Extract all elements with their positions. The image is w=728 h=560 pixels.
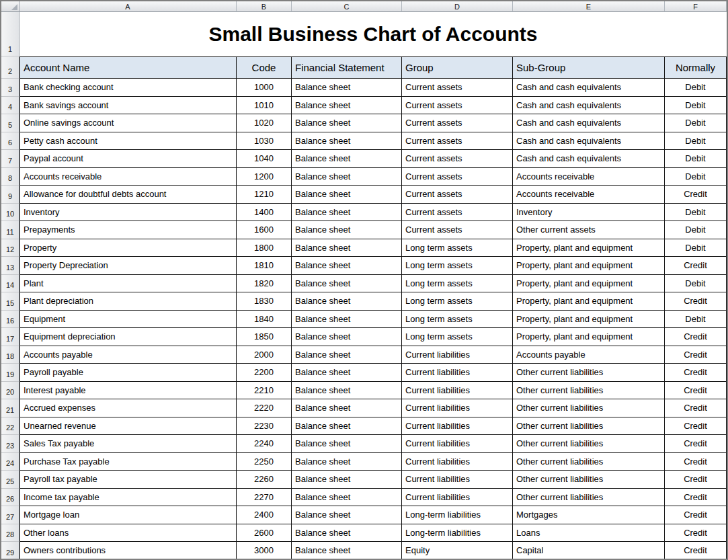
cell-B16[interactable]: 1840: [237, 311, 292, 329]
column-header-A[interactable]: A: [19, 1, 237, 12]
cell-F3[interactable]: Debit: [665, 79, 727, 97]
cell-C25[interactable]: Balance sheet: [292, 471, 402, 489]
cell-C28[interactable]: Balance sheet: [292, 524, 402, 543]
header-cell-code[interactable]: Code: [237, 56, 292, 79]
cell-C19[interactable]: Balance sheet: [292, 364, 402, 382]
cell-E29[interactable]: Capital: [513, 542, 665, 560]
cell-E16[interactable]: Property, plant and equipment: [513, 311, 665, 329]
row-number-8[interactable]: 8: [1, 168, 19, 186]
cell-A12[interactable]: Property: [19, 239, 237, 257]
row-number-4[interactable]: 4: [1, 97, 19, 115]
cell-A18[interactable]: Accounts payable: [19, 346, 237, 364]
cell-F22[interactable]: Credit: [665, 417, 727, 436]
row-number-26[interactable]: 26: [1, 489, 19, 507]
row-number-9[interactable]: 9: [1, 186, 19, 204]
cell-A11[interactable]: Prepayments: [19, 221, 237, 239]
cell-B20[interactable]: 2210: [237, 382, 292, 400]
cell-C23[interactable]: Balance sheet: [292, 435, 402, 453]
row-number-11[interactable]: 11: [1, 221, 19, 239]
cell-A17[interactable]: Equipment depreciation: [19, 328, 237, 346]
cell-B19[interactable]: 2200: [237, 364, 292, 382]
row-number-29[interactable]: 29: [1, 542, 19, 560]
cell-A19[interactable]: Payroll payable: [19, 364, 237, 382]
row-number-24[interactable]: 24: [1, 453, 19, 471]
cell-A29[interactable]: Owners contributions: [19, 542, 237, 560]
cell-D25[interactable]: Current liabilities: [402, 471, 513, 489]
row-number-21[interactable]: 21: [1, 399, 19, 417]
cell-D28[interactable]: Long-term liabilities: [402, 524, 513, 543]
cell-E4[interactable]: Cash and cash equivalents: [513, 97, 665, 115]
cell-E10[interactable]: Inventory: [513, 204, 665, 222]
cell-B11[interactable]: 1600: [237, 221, 292, 239]
cell-E6[interactable]: Cash and cash equivalents: [513, 132, 665, 151]
select-all-corner[interactable]: [1, 1, 19, 12]
cell-B12[interactable]: 1800: [237, 239, 292, 257]
cell-C20[interactable]: Balance sheet: [292, 382, 402, 400]
cell-E3[interactable]: Cash and cash equivalents: [513, 79, 665, 97]
row-number-10[interactable]: 10: [1, 204, 19, 222]
cell-F7[interactable]: Debit: [665, 150, 727, 168]
cell-E19[interactable]: Other current liabilities: [513, 364, 665, 382]
cell-B29[interactable]: 3000: [237, 542, 292, 560]
column-header-F[interactable]: F: [665, 1, 727, 12]
cell-A15[interactable]: Plant depreciation: [19, 292, 237, 311]
cell-C27[interactable]: Balance sheet: [292, 506, 402, 524]
cell-B28[interactable]: 2600: [237, 524, 292, 543]
cell-A13[interactable]: Property Depreciation: [19, 257, 237, 275]
cell-A14[interactable]: Plant: [19, 275, 237, 293]
row-number-19[interactable]: 19: [1, 364, 19, 382]
header-cell-account-name[interactable]: Account Name: [19, 56, 237, 79]
cell-C9[interactable]: Balance sheet: [292, 186, 402, 204]
cell-E26[interactable]: Other current liabilities: [513, 489, 665, 507]
cell-F10[interactable]: Debit: [665, 204, 727, 222]
cell-C18[interactable]: Balance sheet: [292, 346, 402, 364]
cell-D17[interactable]: Long term assets: [402, 328, 513, 346]
cell-E7[interactable]: Cash and cash equivalents: [513, 150, 665, 168]
row-number-17[interactable]: 17: [1, 328, 19, 346]
cell-D15[interactable]: Long term assets: [402, 292, 513, 311]
cell-C8[interactable]: Balance sheet: [292, 168, 402, 186]
header-cell-normally[interactable]: Normally: [665, 56, 727, 79]
cell-F28[interactable]: Credit: [665, 524, 727, 543]
cell-C12[interactable]: Balance sheet: [292, 239, 402, 257]
cell-F15[interactable]: Credit: [665, 292, 727, 311]
cell-C10[interactable]: Balance sheet: [292, 204, 402, 222]
row-number-22[interactable]: 22: [1, 417, 19, 436]
row-number-18[interactable]: 18: [1, 346, 19, 364]
cell-D21[interactable]: Current liabilities: [402, 399, 513, 417]
cell-D26[interactable]: Current liabilities: [402, 489, 513, 507]
cell-A22[interactable]: Unearned revenue: [19, 417, 237, 436]
cell-E24[interactable]: Other current liabilities: [513, 453, 665, 471]
header-cell-sub-group[interactable]: Sub-Group: [513, 56, 665, 79]
header-cell-group[interactable]: Group: [402, 56, 513, 79]
cell-B24[interactable]: 2250: [237, 453, 292, 471]
cell-F5[interactable]: Debit: [665, 114, 727, 132]
row-number-12[interactable]: 12: [1, 239, 19, 257]
row-number-5[interactable]: 5: [1, 114, 19, 132]
row-number-14[interactable]: 14: [1, 275, 19, 293]
cell-B17[interactable]: 1850: [237, 328, 292, 346]
cell-A7[interactable]: Paypal account: [19, 150, 237, 168]
cell-A9[interactable]: Allowance for doubtful debts account: [19, 186, 237, 204]
cell-F29[interactable]: Credit: [665, 542, 727, 560]
cell-B13[interactable]: 1810: [237, 257, 292, 275]
cell-E15[interactable]: Property, plant and equipment: [513, 292, 665, 311]
cell-F14[interactable]: Debit: [665, 275, 727, 293]
cell-B25[interactable]: 2260: [237, 471, 292, 489]
cell-B5[interactable]: 1020: [237, 114, 292, 132]
cell-C3[interactable]: Balance sheet: [292, 79, 402, 97]
cell-D13[interactable]: Long term assets: [402, 257, 513, 275]
cell-F13[interactable]: Credit: [665, 257, 727, 275]
cell-D4[interactable]: Current assets: [402, 97, 513, 115]
row-number-25[interactable]: 25: [1, 471, 19, 489]
cell-F4[interactable]: Debit: [665, 97, 727, 115]
cell-D23[interactable]: Current liabilities: [402, 435, 513, 453]
cell-C13[interactable]: Balance sheet: [292, 257, 402, 275]
cell-D19[interactable]: Current liabilities: [402, 364, 513, 382]
cell-F16[interactable]: Debit: [665, 311, 727, 329]
cell-D7[interactable]: Current assets: [402, 150, 513, 168]
cell-C24[interactable]: Balance sheet: [292, 453, 402, 471]
cell-C6[interactable]: Balance sheet: [292, 132, 402, 151]
row-number-13[interactable]: 13: [1, 257, 19, 275]
cell-B23[interactable]: 2240: [237, 435, 292, 453]
